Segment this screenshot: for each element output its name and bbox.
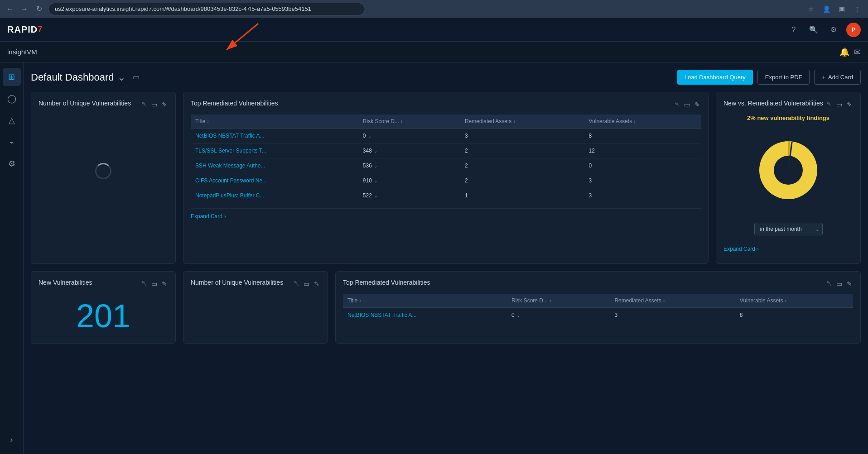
sidebar-item-overview[interactable]: ◯ xyxy=(3,90,21,108)
new-vulns-icons: ␡ ▭ ✎ xyxy=(141,279,168,288)
remediated-assets-cell: 2 xyxy=(460,143,584,158)
top-remediated-card-header: Top Remediated Vulnerabilities ␡ ▭ ✎ xyxy=(191,100,701,109)
new-vs-remediated-title: New vs. Remediated Vulnerabilities xyxy=(723,100,826,107)
content-area: Default Dashboard ⌄ ▭ Load Dashboard Que… xyxy=(24,62,868,454)
top-remediated-title: Top Remediated Vulnerabilities xyxy=(191,100,674,107)
new-vs-remediated-delete-btn[interactable]: ␡ xyxy=(826,100,833,109)
new-vulns-header: New Vulnerabilities ␡ ▭ ✎ xyxy=(39,279,168,288)
dashboard-title: Default Dashboard xyxy=(31,72,114,83)
expand-chevron-icon: › xyxy=(224,213,226,220)
user-avatar[interactable]: P xyxy=(846,23,861,37)
unique-vulns-bottom-card: Number of Unique Vulnerabilities ␡ ▭ ✎ xyxy=(183,271,328,344)
vuln-title-cell[interactable]: NotepadPlusPlus: Buffer C... xyxy=(191,188,358,203)
bottom-col-remediated[interactable]: Remediated Assets ↕ xyxy=(610,294,735,308)
risk-score-cell: 348 ⌄ xyxy=(358,143,460,158)
grid-icon: ⊞ xyxy=(8,72,15,82)
add-card-button[interactable]: + Add Card xyxy=(814,70,861,85)
dashboard-title-group: Default Dashboard ⌄ ▭ xyxy=(31,72,140,83)
new-vulns-edit-btn[interactable]: ✎ xyxy=(161,279,168,288)
bottom-col-risk[interactable]: Risk Score D... ↕ xyxy=(507,294,610,308)
bottom-col-title[interactable]: Title ↕ xyxy=(343,294,507,308)
extensions-icon[interactable]: ▣ xyxy=(835,3,848,15)
sidebar-item-alerts[interactable]: △ xyxy=(3,111,21,129)
vulnerable-assets-cell: 0 xyxy=(584,158,701,173)
remediated-assets-cell: 2 xyxy=(460,158,584,173)
top-remediated-card-icons: ␡ ▭ ✎ xyxy=(674,100,701,109)
circle-icon: ◯ xyxy=(7,94,16,104)
new-vs-remediated-edit-btn[interactable]: ✎ xyxy=(846,100,853,109)
col-title[interactable]: Title ↕ xyxy=(191,115,358,129)
notifications-icon[interactable]: 🔔 xyxy=(839,47,849,57)
sidebar-item-network[interactable]: ⌁ xyxy=(3,133,21,151)
vulnerable-assets-cell: 3 xyxy=(584,173,701,188)
unique-vulns-bottom-delete-btn[interactable]: ␡ xyxy=(293,279,300,288)
bookmark-icon[interactable]: ☆ xyxy=(805,3,817,15)
expand-card-label: Expand Card xyxy=(191,213,222,220)
help-icon[interactable]: ? xyxy=(786,23,801,37)
score-chevron-icon: ⌄ xyxy=(374,148,377,153)
browser-menu-icon[interactable]: ⋮ xyxy=(851,3,863,15)
new-vulns-delete-btn[interactable]: ␡ xyxy=(141,279,148,288)
new-vs-remediated-expand-link[interactable]: Expand Card › xyxy=(723,241,853,252)
app-title: insightVM xyxy=(7,48,37,56)
unique-vulns-title: Number of Unique Vulnerabilities xyxy=(39,100,141,107)
unique-vulns-delete-btn[interactable]: ␡ xyxy=(141,100,148,109)
top-remediated-expand-btn[interactable]: ▭ xyxy=(683,100,691,109)
vuln-title-cell[interactable]: CIFS Account Password Ne... xyxy=(191,173,358,188)
card-header-unique-vulns: Number of Unique Vulnerabilities ␡ ▭ ✎ xyxy=(39,100,168,109)
col-remediated-assets[interactable]: Remediated Assets ↕ xyxy=(460,115,584,129)
unique-vulns-bottom-expand-btn[interactable]: ▭ xyxy=(303,279,310,288)
unique-vulns-edit-btn[interactable]: ✎ xyxy=(161,100,168,109)
new-vulns-expand-btn[interactable]: ▭ xyxy=(150,279,158,288)
remediated-assets-cell: 3 xyxy=(460,129,584,143)
logo: RAPID7 xyxy=(7,24,42,35)
new-vs-remediated-header: New vs. Remediated Vulnerabilities ␡ ▭ ✎ xyxy=(723,100,853,109)
top-remediated-bottom-header: Top Remediated Vulnerabilities ␡ ▭ ✎ xyxy=(343,279,853,288)
top-remediated-table: Title ↕ Risk Score D... ↕ Remediated Ass… xyxy=(191,115,701,203)
pie-container xyxy=(723,125,853,215)
bottom-col-vulnerable[interactable]: Vulnerable Assets ↕ xyxy=(735,294,853,308)
new-vulnerabilities-card: New Vulnerabilities ␡ ▭ ✎ 201 xyxy=(31,271,176,344)
top-remediated-expand-link[interactable]: Expand Card › xyxy=(191,208,701,220)
vuln-title-cell[interactable]: TLS/SSL Server Supports T... xyxy=(191,143,358,158)
sidebar-item-settings[interactable]: ⚙ xyxy=(3,155,21,173)
card-grid-bottom: New Vulnerabilities ␡ ▭ ✎ 201 Number of … xyxy=(31,271,861,344)
search-icon[interactable]: 🔍 xyxy=(806,23,821,37)
top-remediated-bottom-delete-btn[interactable]: ␡ xyxy=(826,279,833,288)
back-button[interactable]: ← xyxy=(5,4,15,14)
sidebar-expand-btn[interactable]: › xyxy=(3,430,21,449)
risk-score-cell: 536 ⌄ xyxy=(358,158,460,173)
time-period-select[interactable]: in the past month in the past week in th… xyxy=(754,223,823,235)
new-vs-remediated-card: New vs. Remediated Vulnerabilities ␡ ▭ ✎… xyxy=(716,92,861,264)
vulnerable-assets-cell: 3 xyxy=(584,188,701,203)
risk-score-cell: 910 ⌄ xyxy=(358,173,460,188)
new-vs-remediated-expand-card-btn[interactable]: ▭ xyxy=(835,100,843,109)
col-vulnerable-assets[interactable]: Vulnerable Assets ↕ xyxy=(584,115,701,129)
col-risk-score[interactable]: Risk Score D... ↕ xyxy=(358,115,460,129)
unique-vulns-expand-btn[interactable]: ▭ xyxy=(150,100,158,109)
remediated-assets-cell: 1 xyxy=(460,188,584,203)
profile-icon[interactable]: 👤 xyxy=(820,3,833,15)
settings-icon[interactable]: ⚙ xyxy=(826,23,841,37)
forward-button[interactable]: → xyxy=(19,4,30,14)
url-bar[interactable] xyxy=(48,3,365,15)
bell-icon[interactable]: ✉ xyxy=(854,47,861,57)
export-pdf-button[interactable]: Export to PDF xyxy=(757,70,810,85)
bottom-vuln-title-cell[interactable]: NetBIOS NBSTAT Traffic A... xyxy=(343,308,507,323)
dashboard-copy-icon[interactable]: ▭ xyxy=(133,73,140,81)
top-remediated-delete-btn[interactable]: ␡ xyxy=(674,100,680,109)
pie-label-text: new vulnerability findings xyxy=(757,115,829,121)
pie-chart xyxy=(752,134,825,206)
vuln-title-cell[interactable]: SSH Weak Message Authe... xyxy=(191,158,358,173)
reload-button[interactable]: ↻ xyxy=(34,4,44,14)
sidebar-item-home[interactable]: ⊞ xyxy=(3,68,21,86)
load-dashboard-query-button[interactable]: Load Dashboard Query xyxy=(677,70,753,85)
sidebar: ⊞ ◯ △ ⌁ ⚙ › xyxy=(0,62,24,454)
vuln-title-cell[interactable]: NetBIOS NBSTAT Traffic A... xyxy=(191,129,358,143)
top-remediated-bottom-expand-btn[interactable]: ▭ xyxy=(835,279,843,288)
unique-vulns-bottom-edit-btn[interactable]: ✎ xyxy=(313,279,320,288)
top-remediated-bottom-edit-btn[interactable]: ✎ xyxy=(846,279,853,288)
dashboard-dropdown-chevron[interactable]: ⌄ xyxy=(117,72,125,83)
plus-icon: + xyxy=(822,74,825,81)
top-remediated-edit-btn[interactable]: ✎ xyxy=(694,100,701,109)
